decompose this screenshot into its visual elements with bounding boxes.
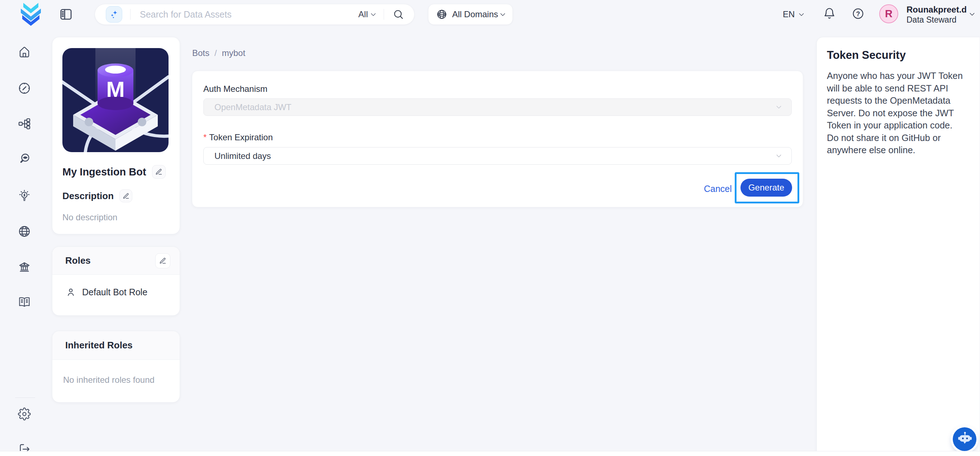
sidebar-item-home[interactable] bbox=[18, 46, 31, 59]
cancel-button[interactable]: Cancel bbox=[704, 184, 732, 194]
search-divider bbox=[130, 9, 130, 20]
inherited-roles-empty-text: No inherited roles found bbox=[52, 360, 180, 385]
user-menu-chevron-icon[interactable] bbox=[970, 11, 975, 16]
search-scope-label: All bbox=[358, 10, 368, 19]
token-expiration-select[interactable]: Unlimited days bbox=[203, 147, 792, 165]
avatar-initial: R bbox=[885, 8, 892, 20]
edit-bot-name-icon[interactable] bbox=[152, 165, 165, 179]
breadcrumb: Bots / mybot bbox=[192, 48, 245, 58]
chevron-down-icon bbox=[776, 104, 781, 109]
robot-icon bbox=[957, 431, 972, 447]
roles-card: Roles Default Bot Role bbox=[52, 247, 180, 316]
domains-dropdown[interactable]: All Domains bbox=[428, 4, 513, 25]
token-security-body: Anyone who has your JWT Token will be ab… bbox=[817, 62, 980, 156]
chevron-down-icon bbox=[799, 11, 804, 16]
chevron-down-icon bbox=[500, 11, 505, 16]
required-mark: * bbox=[203, 132, 207, 142]
token-expiration-value: Unlimited days bbox=[215, 151, 271, 161]
breadcrumb-separator: / bbox=[215, 48, 217, 58]
description-empty-text: No description bbox=[62, 212, 117, 222]
svg-text:M: M bbox=[106, 77, 125, 102]
edit-description-icon[interactable] bbox=[119, 190, 132, 202]
sidebar-item-observability[interactable] bbox=[18, 153, 31, 166]
user-avatar[interactable]: R bbox=[879, 4, 898, 23]
language-label: EN bbox=[783, 10, 795, 19]
svg-text:?: ? bbox=[856, 10, 860, 18]
search-icon[interactable] bbox=[393, 9, 404, 20]
user-icon bbox=[66, 287, 76, 297]
search-input[interactable] bbox=[140, 10, 340, 20]
notification-bell-icon[interactable] bbox=[823, 7, 836, 20]
sidebar-toggle-icon[interactable] bbox=[59, 7, 73, 22]
globe-icon bbox=[436, 9, 447, 20]
user-menu[interactable]: Rounakpreet.d Data Steward bbox=[907, 4, 967, 25]
inherited-roles-card: Inherited Roles No inherited roles found bbox=[52, 331, 180, 403]
chevron-down-icon bbox=[776, 153, 781, 158]
bot-name: My Ingestion Bot bbox=[62, 166, 146, 178]
global-search-bar: All bbox=[95, 4, 415, 25]
bot-image: M bbox=[62, 48, 169, 153]
user-role: Data Steward bbox=[907, 15, 967, 25]
edit-roles-icon[interactable] bbox=[155, 253, 170, 268]
breadcrumb-bots-link[interactable]: Bots bbox=[192, 48, 209, 58]
help-icon[interactable]: ? bbox=[852, 8, 864, 20]
sidebar-item-settings[interactable] bbox=[18, 408, 31, 421]
ai-sparkle-icon[interactable] bbox=[106, 6, 122, 22]
inherited-roles-title: Inherited Roles bbox=[65, 340, 133, 351]
role-item-label: Default Bot Role bbox=[82, 287, 147, 297]
role-list-item[interactable]: Default Bot Role bbox=[52, 275, 180, 297]
rail-divider bbox=[15, 397, 35, 398]
token-security-panel: Token Security Anyone who has your JWT T… bbox=[816, 37, 980, 456]
chevron-down-icon bbox=[371, 11, 376, 16]
breadcrumb-current: mybot bbox=[222, 48, 245, 58]
search-scope-dropdown[interactable]: All bbox=[358, 10, 375, 19]
chatbot-button[interactable] bbox=[953, 427, 977, 451]
generate-button[interactable]: Generate bbox=[740, 179, 792, 197]
user-name: Rounakpreet.d bbox=[907, 4, 967, 15]
sidebar-item-data-flow[interactable] bbox=[18, 117, 31, 130]
token-form-card: Auth Mechanism OpenMetadata JWT *Token E… bbox=[192, 71, 803, 207]
sidebar-item-glossary[interactable] bbox=[18, 296, 31, 309]
sidebar-item-governance[interactable] bbox=[18, 260, 31, 273]
domains-label: All Domains bbox=[452, 10, 498, 19]
roles-title: Roles bbox=[65, 255, 91, 266]
sidebar-item-domains[interactable] bbox=[18, 225, 31, 238]
auth-mechanism-value: OpenMetadata JWT bbox=[215, 102, 291, 112]
token-security-title: Token Security bbox=[817, 37, 980, 62]
bot-profile-card: M My Ingestion Bot Description No descri… bbox=[52, 37, 180, 234]
sidebar-item-explore[interactable] bbox=[18, 82, 31, 95]
auth-mechanism-label: Auth Mechanism bbox=[203, 84, 267, 94]
auth-mechanism-select: OpenMetadata JWT bbox=[203, 98, 792, 116]
description-label: Description bbox=[62, 191, 114, 202]
sidebar-item-insights[interactable] bbox=[18, 190, 31, 202]
openmetadata-logo-icon[interactable] bbox=[19, 3, 43, 27]
language-selector[interactable]: EN bbox=[783, 10, 803, 19]
token-expiration-label: *Token Expiration bbox=[203, 132, 273, 142]
app-root: All All Domains EN ? bbox=[0, 0, 980, 456]
horizontal-scrollbar[interactable] bbox=[0, 451, 980, 456]
